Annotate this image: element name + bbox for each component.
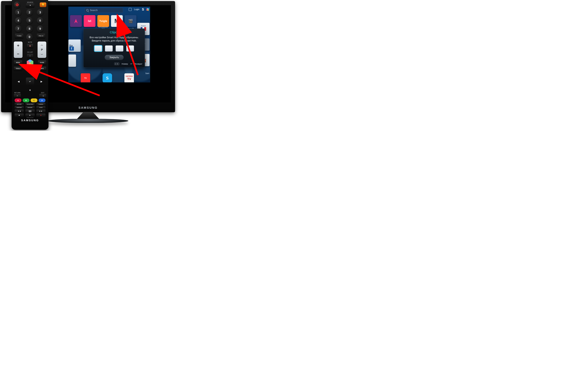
vol-down-icon: − [17, 52, 19, 56]
program-rocker[interactable]: ︿ P ﹀ [38, 42, 46, 58]
remote-brand-label: SAMSUNG [14, 119, 46, 122]
fullscreen-icon[interactable] [129, 8, 132, 11]
d-pad: ▲ ▼ ◀ ▶ ↵ [17, 71, 43, 92]
tools-button[interactable]: TOOLS [14, 67, 22, 70]
pin-input-row [86, 45, 142, 52]
adsubt-button[interactable]: AD/SUBT. [25, 106, 35, 109]
return-label: RETURN [14, 92, 21, 94]
volume-rocker[interactable]: + − [14, 42, 23, 58]
p-label: P [41, 48, 43, 51]
camera-button[interactable]: CAMERA [36, 103, 45, 106]
play-button[interactable]: ► [25, 113, 35, 117]
num-5[interactable]: 5 [26, 17, 33, 24]
num-2[interactable]: 2 [26, 9, 33, 16]
tv-stand-base [48, 119, 128, 123]
app-tv[interactable]: TV [81, 73, 90, 83]
app-m[interactable]: M [111, 15, 123, 27]
dpad-left[interactable]: ◀ [18, 80, 20, 83]
prog-up-icon: ︿ [41, 43, 43, 46]
dpad-right[interactable]: ▶ [41, 80, 42, 83]
close-button[interactable]: Закрыть [105, 55, 124, 60]
ttx-button[interactable]: TTX/MIX [15, 34, 23, 38]
ok-button[interactable]: ↵ [26, 78, 34, 85]
vintera-top: VINTERA [126, 75, 133, 77]
hint-key-label: Номер [122, 63, 128, 65]
chlist-button[interactable]: ≡ [27, 54, 33, 58]
bulb-icon: 💡 [42, 3, 44, 6]
app-tvigle[interactable]: Tvigle Всё домашнее кино [97, 15, 109, 27]
app-now-tv[interactable] [70, 15, 82, 27]
stop-button[interactable]: ■ [14, 113, 24, 117]
facebook-icon: f [69, 47, 74, 51]
hub-top-right: Login S [129, 8, 149, 11]
chlist-label: CH LIST [27, 52, 33, 53]
smarthub-logo-cube-icon [146, 8, 149, 11]
skype-icon: S [106, 75, 109, 81]
forward-button[interactable]: ►► [36, 109, 45, 113]
prech-button[interactable]: PRE-CH [37, 34, 45, 38]
info-button[interactable]: INFO [38, 67, 46, 70]
source-button[interactable]: ⧉ [26, 3, 34, 7]
login-link[interactable]: Login [134, 8, 139, 11]
smart-hub-button[interactable] [27, 59, 33, 66]
btn-c[interactable]: C [31, 98, 37, 102]
rewind-button[interactable]: ◄◄ [14, 109, 24, 113]
num-0[interactable]: 0 [26, 34, 33, 41]
guide-button[interactable]: GUIDE [38, 60, 46, 65]
dpad-up[interactable]: ▲ [29, 71, 31, 74]
power-button[interactable]: ⏻ [14, 1, 21, 8]
app-skype[interactable]: S [103, 73, 112, 83]
app-vintera[interactable]: VINTERA TV [125, 73, 134, 83]
num-8[interactable]: 8 [26, 25, 33, 32]
num-6[interactable]: 6 [37, 17, 43, 24]
history-button[interactable]: HISTORY [14, 103, 24, 106]
shortcut-row-1: HISTORY Family Story CAMERA [14, 103, 45, 106]
card-side-left-2[interactable] [69, 55, 76, 67]
mute-label: MUTE [28, 42, 32, 43]
btn-b[interactable]: B [23, 98, 29, 102]
familystory-button[interactable]: Family Story [25, 103, 35, 106]
app-row-top: ivi Tvigle Всё домашнее кино M 🎬 Кино и … [70, 15, 136, 27]
num-3[interactable]: 3 [37, 9, 43, 16]
vintera-bottom: TV [127, 77, 131, 81]
return-button[interactable]: ↩ [14, 94, 21, 98]
source-label: SOURCE [27, 2, 33, 3]
pin-digit-4[interactable] [126, 45, 134, 52]
app-kino-tv[interactable]: 🎬 Кино и ТВ [125, 15, 136, 27]
record-button[interactable]: ● [36, 113, 45, 117]
shortcut-row-2: SUPPORT AD/SUBT. P.SIZE [14, 106, 45, 109]
dialog-hint-row: 0~9 Номер ↩ Возврат [86, 63, 142, 65]
app-m-label: M [114, 18, 120, 25]
smart-hub-screen: Search Login S ivi Tvigle Всё домашнее к… [68, 7, 150, 83]
light-button[interactable]: 💡 [40, 2, 46, 7]
btn-a[interactable]: A [14, 98, 21, 102]
source-icon: ⧉ [30, 4, 31, 6]
power-icon: ⏻ [16, 3, 19, 7]
pause-button[interactable]: ❚❚ [25, 109, 35, 113]
pin-digit-3[interactable] [116, 45, 123, 52]
smarthub-logo-letter: S [142, 8, 144, 11]
remote-control: ⏻ SOURCE ⧉ 💡 1 2 3 4 5 6 7 8 9 TTX/MIX 0… [12, 0, 48, 130]
mute-button[interactable]: 🔇 [27, 44, 33, 48]
hint-key-badge: 0~9 [114, 63, 119, 65]
psize-button[interactable]: P.SIZE [36, 106, 45, 109]
app-now-tv-icon [73, 18, 79, 24]
app-tv-label: TV [84, 77, 87, 79]
btn-d[interactable]: D [39, 98, 45, 102]
pin-digit-2[interactable] [105, 45, 113, 52]
num-1[interactable]: 1 [15, 9, 22, 16]
search-input[interactable]: Search [85, 8, 123, 13]
num-9[interactable]: 9 [37, 25, 43, 32]
pin-digit-1[interactable] [94, 45, 102, 52]
exit-button[interactable]: →⎕ [39, 94, 46, 98]
row2-right-label: Sam [145, 72, 149, 74]
support-button[interactable]: SUPPORT [14, 106, 24, 109]
dpad-down[interactable]: ▼ [29, 89, 31, 92]
card-social[interactable]: So f [69, 40, 81, 52]
app-ivi[interactable]: ivi [84, 15, 96, 27]
search-icon [86, 9, 88, 11]
num-7[interactable]: 7 [15, 25, 22, 32]
num-4[interactable]: 4 [15, 17, 22, 24]
return-icon: ↩ [130, 63, 132, 65]
menu-button[interactable]: MENU [14, 60, 22, 65]
